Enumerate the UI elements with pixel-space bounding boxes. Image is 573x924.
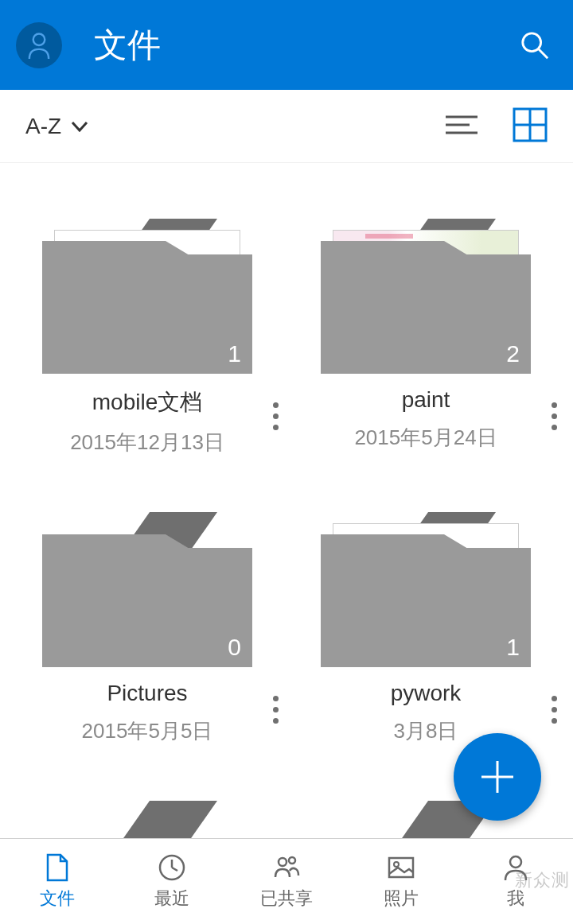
svg-point-1	[523, 33, 541, 51]
folder-name: Pictures	[8, 681, 286, 706]
folder-name: mobile文档	[8, 387, 286, 417]
bottom-nav: 文件 最近 已共享 照片 我	[0, 838, 573, 924]
folder-item-mobile[interactable]: 1 mobile文档 2015年12月13日	[8, 219, 286, 456]
nav-label: 最近	[154, 887, 189, 910]
folder-name: pywork	[286, 681, 565, 706]
sort-label: A-Z	[25, 114, 61, 139]
folder-name: paint	[286, 387, 565, 413]
folder-count: 1	[506, 634, 520, 661]
folder-icon: 2	[321, 219, 531, 373]
plus-icon	[480, 759, 515, 794]
add-button[interactable]	[454, 733, 541, 821]
list-icon	[444, 114, 479, 136]
nav-label: 文件	[40, 887, 75, 910]
search-icon	[520, 30, 550, 60]
nav-label: 已共享	[260, 887, 313, 910]
grid-icon	[513, 107, 548, 142]
folder-icon: 1	[321, 512, 531, 666]
folder-date: 2015年5月24日	[286, 424, 565, 452]
nav-photos[interactable]: 照片	[344, 839, 458, 924]
folder-icon: 1	[42, 219, 252, 373]
svg-line-2	[539, 49, 548, 57]
svg-point-17	[394, 862, 399, 867]
toolbar: A-Z	[0, 90, 573, 163]
people-icon	[272, 853, 301, 882]
more-button[interactable]	[543, 685, 565, 733]
sort-button[interactable]: A-Z	[25, 114, 88, 139]
app-header: 文件	[0, 0, 573, 90]
grid-view-button[interactable]	[513, 107, 548, 146]
folder-item-pictures[interactable]: 0 Pictures 2015年5月5日	[8, 512, 286, 745]
chevron-down-icon	[71, 121, 88, 132]
more-button[interactable]	[543, 392, 565, 440]
folder-date: 2015年5月5日	[8, 717, 286, 745]
svg-line-13	[172, 868, 177, 871]
folder-count: 1	[228, 340, 241, 367]
more-button[interactable]	[264, 685, 286, 733]
folder-item-pywork[interactable]: 1 pywork 3月8日	[286, 512, 565, 745]
svg-point-15	[289, 857, 295, 864]
nav-shared[interactable]: 已共享	[229, 839, 344, 924]
folder-count: 0	[228, 634, 241, 661]
watermark: 新众测	[515, 868, 570, 892]
list-view-button[interactable]	[444, 114, 479, 139]
svg-rect-16	[389, 858, 413, 877]
file-icon	[43, 853, 72, 882]
svg-point-18	[510, 856, 521, 868]
nav-label: 照片	[384, 887, 419, 910]
folder-item-peek[interactable]	[8, 801, 286, 817]
avatar[interactable]	[16, 22, 62, 68]
folder-count: 2	[506, 340, 520, 367]
folder-icon: 0	[42, 512, 252, 666]
svg-point-14	[279, 858, 286, 866]
nav-files[interactable]: 文件	[0, 839, 115, 924]
search-button[interactable]	[513, 23, 557, 68]
image-icon	[387, 853, 415, 882]
svg-point-0	[33, 33, 45, 45]
more-button[interactable]	[264, 392, 286, 440]
folder-grid: 1 mobile文档 2015年12月13日 2 paint 2015年5月24…	[0, 163, 573, 801]
nav-recent[interactable]: 最近	[115, 839, 229, 924]
page-title: 文件	[94, 23, 513, 68]
clock-icon	[158, 853, 186, 882]
person-icon	[27, 32, 51, 59]
folder-date: 2015年12月13日	[8, 429, 286, 456]
folder-item-paint[interactable]: 2 paint 2015年5月24日	[286, 219, 565, 456]
